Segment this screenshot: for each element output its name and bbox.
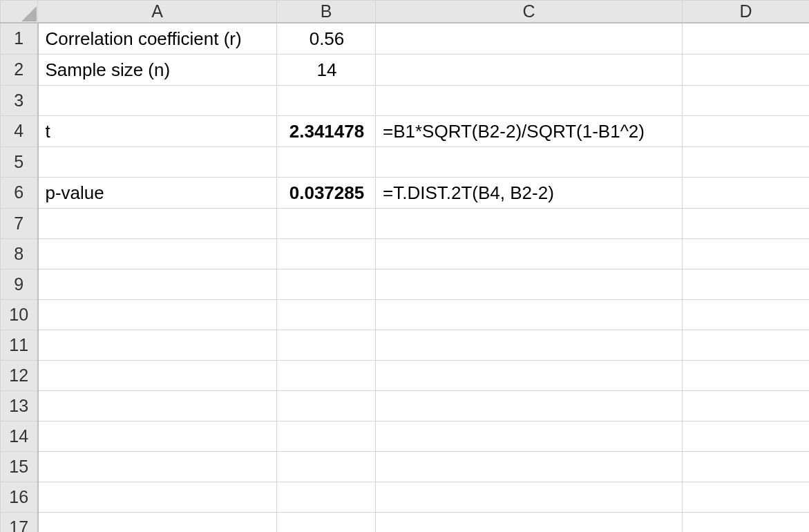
grid-row: 2Sample size (n)14 bbox=[1, 54, 810, 85]
row-header-15[interactable]: 15 bbox=[1, 451, 38, 482]
row-header-6[interactable]: 6 bbox=[1, 177, 38, 208]
cell-A15[interactable] bbox=[38, 451, 277, 482]
row-header-8[interactable]: 8 bbox=[1, 238, 38, 269]
cell-A9[interactable] bbox=[38, 269, 277, 299]
col-header-B[interactable]: B bbox=[277, 1, 376, 23]
cell-A17[interactable] bbox=[38, 512, 277, 532]
cell-D3[interactable] bbox=[683, 85, 810, 115]
row-header-14[interactable]: 14 bbox=[1, 421, 38, 451]
select-all-corner[interactable] bbox=[1, 1, 38, 23]
row-header-9[interactable]: 9 bbox=[1, 269, 38, 299]
cell-C15[interactable] bbox=[376, 451, 683, 482]
cell-C4[interactable]: =B1*SQRT(B2-2)/SQRT(1-B1^2) bbox=[376, 115, 683, 146]
cell-B14[interactable] bbox=[277, 421, 376, 451]
cell-C6[interactable]: =T.DIST.2T(B4, B2-2) bbox=[376, 177, 683, 208]
cell-B16[interactable] bbox=[277, 482, 376, 512]
row-header-2[interactable]: 2 bbox=[1, 54, 38, 85]
cell-B6[interactable]: 0.037285 bbox=[277, 177, 376, 208]
cell-C1[interactable] bbox=[376, 23, 683, 55]
cell-A7[interactable] bbox=[38, 208, 277, 238]
cell-A4[interactable]: t bbox=[38, 115, 277, 146]
cell-A13[interactable] bbox=[38, 390, 277, 421]
cell-A8[interactable] bbox=[38, 238, 277, 269]
row-header-4[interactable]: 4 bbox=[1, 115, 38, 146]
row-header-7[interactable]: 7 bbox=[1, 208, 38, 238]
grid-row: 11 bbox=[1, 330, 810, 360]
cell-C13[interactable] bbox=[376, 390, 683, 421]
cell-C2[interactable] bbox=[376, 54, 683, 85]
cell-A3[interactable] bbox=[38, 85, 277, 115]
row-header-11[interactable]: 11 bbox=[1, 330, 38, 360]
cell-A2[interactable]: Sample size (n) bbox=[38, 54, 277, 85]
cell-C9[interactable] bbox=[376, 269, 683, 299]
col-header-D[interactable]: D bbox=[683, 1, 810, 23]
cell-C8[interactable] bbox=[376, 238, 683, 269]
cell-content: Correlation coefficient (r) bbox=[39, 23, 277, 54]
cell-D17[interactable] bbox=[683, 512, 810, 532]
cell-D7[interactable] bbox=[683, 208, 810, 238]
cell-D16[interactable] bbox=[683, 482, 810, 512]
cell-B3[interactable] bbox=[277, 85, 376, 115]
row-header-17[interactable]: 17 bbox=[1, 512, 38, 532]
cell-A10[interactable] bbox=[38, 299, 277, 330]
cell-C10[interactable] bbox=[376, 299, 683, 330]
cell-D14[interactable] bbox=[683, 421, 810, 451]
cell-D1[interactable] bbox=[683, 23, 810, 55]
cell-B10[interactable] bbox=[277, 299, 376, 330]
cell-content: p-value bbox=[39, 178, 277, 208]
row-header-3[interactable]: 3 bbox=[1, 85, 38, 115]
cell-B1[interactable]: 0.56 bbox=[277, 23, 376, 55]
cell-D15[interactable] bbox=[683, 451, 810, 482]
cell-A5[interactable] bbox=[38, 146, 277, 177]
cell-D8[interactable] bbox=[683, 238, 810, 269]
cell-D2[interactable] bbox=[683, 54, 810, 85]
cell-B12[interactable] bbox=[277, 360, 376, 390]
cell-B11[interactable] bbox=[277, 330, 376, 360]
cell-A14[interactable] bbox=[38, 421, 277, 451]
grid-row: 14 bbox=[1, 421, 810, 451]
cell-B8[interactable] bbox=[277, 238, 376, 269]
cell-D9[interactable] bbox=[683, 269, 810, 299]
cell-D11[interactable] bbox=[683, 330, 810, 360]
cell-C17[interactable] bbox=[376, 512, 683, 532]
cell-B15[interactable] bbox=[277, 451, 376, 482]
cell-C16[interactable] bbox=[376, 482, 683, 512]
cell-A6[interactable]: p-value bbox=[38, 177, 277, 208]
cell-D13[interactable] bbox=[683, 390, 810, 421]
cell-C5[interactable] bbox=[376, 146, 683, 177]
cell-B2[interactable]: 14 bbox=[277, 54, 376, 85]
row-header-13[interactable]: 13 bbox=[1, 390, 38, 421]
cell-C7[interactable] bbox=[376, 208, 683, 238]
col-header-C[interactable]: C bbox=[376, 1, 683, 23]
row-header-1[interactable]: 1 bbox=[1, 23, 38, 55]
cell-B13[interactable] bbox=[277, 390, 376, 421]
spreadsheet-grid[interactable]: A B C D 1Correlation coefficient (r)0.56… bbox=[0, 0, 809, 532]
cell-C14[interactable] bbox=[376, 421, 683, 451]
col-header-A[interactable]: A bbox=[38, 1, 277, 23]
column-header-row: A B C D bbox=[1, 1, 810, 23]
cell-D4[interactable] bbox=[683, 115, 810, 146]
row-header-12[interactable]: 12 bbox=[1, 360, 38, 390]
cell-D10[interactable] bbox=[683, 299, 810, 330]
cell-B5[interactable] bbox=[277, 146, 376, 177]
cell-C11[interactable] bbox=[376, 330, 683, 360]
row-header-16[interactable]: 16 bbox=[1, 482, 38, 512]
cell-B7[interactable] bbox=[277, 208, 376, 238]
cell-B9[interactable] bbox=[277, 269, 376, 299]
cell-A1[interactable]: Correlation coefficient (r) bbox=[38, 23, 277, 55]
cell-D12[interactable] bbox=[683, 360, 810, 390]
cell-D5[interactable] bbox=[683, 146, 810, 177]
cell-B4[interactable]: 2.341478 bbox=[277, 115, 376, 146]
cell-A16[interactable] bbox=[38, 482, 277, 512]
cell-A12[interactable] bbox=[38, 360, 277, 390]
grid-row: 13 bbox=[1, 390, 810, 421]
cell-C12[interactable] bbox=[376, 360, 683, 390]
row-header-10[interactable]: 10 bbox=[1, 299, 38, 330]
cell-D6[interactable] bbox=[683, 177, 810, 208]
cell-A11[interactable] bbox=[38, 330, 277, 360]
cell-content: =T.DIST.2T(B4, B2-2) bbox=[376, 178, 682, 208]
cell-C3[interactable] bbox=[376, 85, 683, 115]
grid-row: 16 bbox=[1, 482, 810, 512]
row-header-5[interactable]: 5 bbox=[1, 146, 38, 177]
cell-B17[interactable] bbox=[277, 512, 376, 532]
